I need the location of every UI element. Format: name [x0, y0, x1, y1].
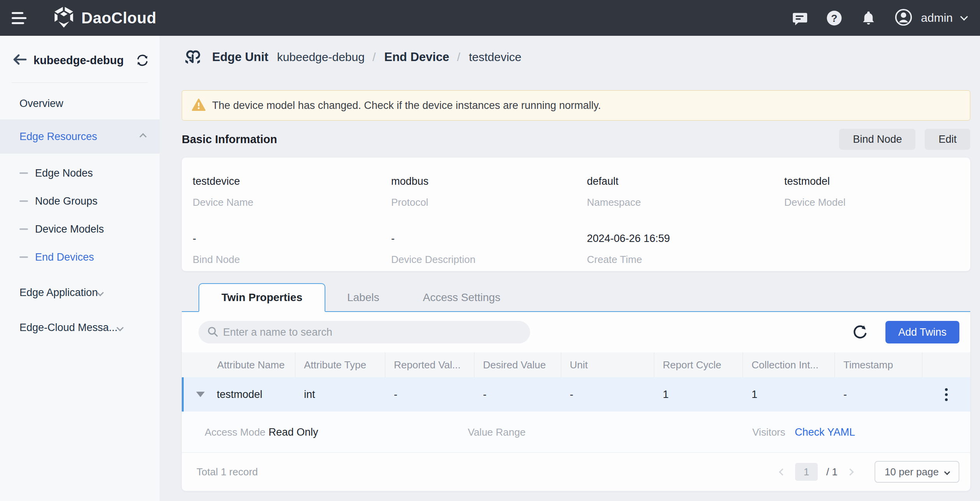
svg-text:?: ?: [831, 12, 838, 24]
sidebar-item-label: End Devices: [35, 251, 94, 263]
sidebar-item-label: Node Groups: [35, 195, 98, 207]
brand[interactable]: DaoCloud: [52, 5, 156, 30]
sidebar-group-edge-resources[interactable]: Edge Resources: [0, 119, 160, 154]
basic-info-header: Basic Information Bind Node Edit: [182, 128, 970, 150]
cell-actions: [922, 377, 970, 412]
hamburger-icon[interactable]: [12, 12, 26, 24]
sidebar-group-edge-application[interactable]: Edge Application: [0, 275, 160, 310]
breadcrumb-section[interactable]: End Device: [384, 50, 449, 64]
twin-properties-panel: Add Twins Attribute Name Attribute Type …: [182, 312, 970, 491]
breadcrumb-root[interactable]: Edge Unit: [212, 50, 269, 64]
topbar: DaoCloud ? admin: [0, 0, 980, 36]
prev-page-icon[interactable]: [778, 468, 787, 476]
back-arrow-icon[interactable]: [13, 54, 27, 67]
row-detail-panel: Access Mode Read Only Value Range Visito…: [182, 412, 970, 453]
sidebar-item-overview[interactable]: Overview: [0, 88, 160, 119]
basic-info-card: testdevice Device Name modbus Protocol d…: [182, 158, 970, 271]
field-label: Device Model: [784, 196, 970, 208]
field-value: -: [193, 233, 391, 245]
table-header: Attribute Name Attribute Type Reported V…: [182, 352, 970, 377]
column-actions: [922, 352, 970, 377]
tab-labels[interactable]: Labels: [325, 283, 401, 312]
sidebar-title: kubeedge-debug: [33, 54, 124, 67]
page-size-select[interactable]: 10 per page: [875, 461, 959, 483]
check-yaml-link[interactable]: Check YAML: [795, 426, 855, 438]
kubeedge-icon: [182, 46, 204, 69]
help-icon[interactable]: ?: [826, 10, 842, 26]
field-namespace: default Namespace: [587, 175, 784, 214]
bell-icon[interactable]: [861, 10, 876, 26]
field-value: testdevice: [193, 175, 391, 188]
sidebar-sublist: Edge Nodes Node Groups Device Models End…: [0, 159, 160, 271]
search-box[interactable]: [198, 321, 530, 343]
user-name: admin: [921, 11, 953, 25]
row-name: testmodel: [217, 389, 262, 401]
cell-reported-value: -: [385, 377, 474, 412]
sidebar-item-edge-nodes[interactable]: Edge Nodes: [0, 159, 160, 187]
breadcrumb-unit[interactable]: kubeedge-debug: [277, 51, 365, 64]
search-icon: [207, 326, 218, 339]
daocloud-logo: [52, 5, 76, 30]
warning-banner: The device model has changed. Check if t…: [182, 90, 970, 121]
sidebar-group-edge-cloud-messages[interactable]: Edge-Cloud Messa...: [0, 310, 160, 345]
sidebar-item-node-groups[interactable]: Node Groups: [0, 187, 160, 215]
table-row[interactable]: testmodel int - - - 1 1 -: [182, 377, 970, 412]
sidebar-item-device-models[interactable]: Device Models: [0, 215, 160, 243]
next-page-icon[interactable]: [846, 468, 854, 476]
user-menu[interactable]: admin: [895, 9, 967, 28]
sidebar-item-end-devices[interactable]: End Devices: [0, 243, 160, 271]
field-create-time: 2024-06-26 16:59 Create Time: [587, 233, 784, 271]
field-value: testmodel: [784, 175, 970, 188]
sidebar-divider: [12, 82, 148, 83]
row-expander-icon[interactable]: [196, 392, 205, 397]
search-input[interactable]: [223, 326, 530, 338]
cell-timestamp: -: [835, 377, 922, 412]
field-value: [784, 233, 970, 245]
breadcrumb-separator: /: [457, 51, 460, 64]
field-protocol: modbus Protocol: [391, 175, 587, 214]
total-records: Total 1 record: [197, 466, 258, 478]
field-bind-node: - Bind Node: [193, 233, 391, 271]
chevron-up-icon: [139, 133, 146, 140]
dash-icon: [19, 172, 28, 174]
basic-info-actions: Bind Node Edit: [839, 129, 970, 150]
page-number-box[interactable]: 1: [795, 463, 818, 481]
chevron-down-icon: [97, 289, 104, 296]
field-value: -: [391, 233, 587, 245]
column-desired-value: Desired Value: [474, 352, 561, 377]
field-empty: [784, 233, 970, 271]
refresh-icon[interactable]: [852, 324, 868, 340]
field-value: modbus: [391, 175, 587, 188]
cell-attribute-type: int: [295, 377, 385, 412]
bind-node-button[interactable]: Bind Node: [839, 129, 915, 150]
chat-icon[interactable]: [792, 10, 808, 26]
add-twins-button[interactable]: Add Twins: [885, 321, 959, 343]
swap-icon[interactable]: [136, 54, 149, 67]
cell-report-cycle: 1: [654, 377, 743, 412]
tab-access-settings[interactable]: Access Settings: [401, 283, 522, 312]
brand-name: DaoCloud: [81, 9, 156, 27]
column-report-cycle: Report Cycle: [654, 352, 743, 377]
access-mode-label: Access Mode: [205, 426, 265, 438]
field-device-name: testdevice Device Name: [193, 175, 391, 214]
cell-attribute-name: testmodel: [182, 377, 295, 412]
breadcrumb: Edge Unit kubeedge-debug / End Device / …: [182, 45, 522, 69]
field-value: 2024-06-26 16:59: [587, 233, 784, 245]
dash-icon: [19, 256, 28, 258]
edit-button[interactable]: Edit: [925, 129, 970, 150]
column-unit: Unit: [561, 352, 654, 377]
kebab-menu-icon[interactable]: [943, 386, 950, 403]
field-device-model: testmodel Device Model: [784, 175, 970, 214]
pagination-controls: 1 / 1 10 per page: [778, 461, 959, 483]
field-label: Bind Node: [193, 254, 391, 266]
sidebar-group-label: Edge-Cloud Messa...: [19, 322, 118, 334]
app-screen: DaoCloud ? admin: [0, 0, 980, 501]
chevron-down-icon: [116, 324, 123, 331]
breadcrumb-separator: /: [372, 51, 376, 64]
column-reported-value: Reported Val...: [385, 352, 474, 377]
field-device-description: - Device Description: [391, 233, 587, 271]
column-attribute-type: Attribute Type: [295, 352, 385, 377]
tab-bar: Twin Properties Labels Access Settings: [182, 283, 970, 312]
tab-twin-properties[interactable]: Twin Properties: [198, 283, 325, 312]
visitors-label: Visitors: [752, 426, 785, 438]
